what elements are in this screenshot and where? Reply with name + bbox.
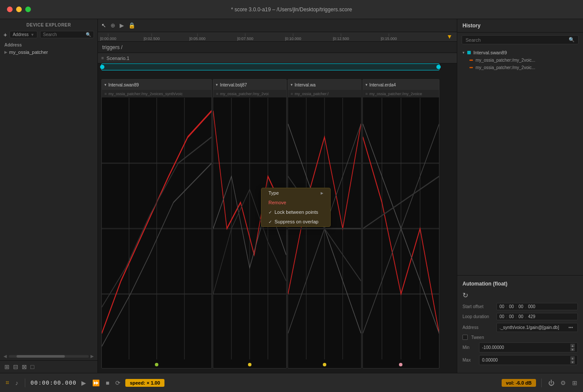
interval-wa-address: my_ossia_patcher:/ xyxy=(288,90,361,98)
lock-icon[interactable]: 🔒 xyxy=(128,22,135,29)
loop-duration-input[interactable]: 00 : 00 : 00 . 429 xyxy=(496,313,578,320)
interval-bstj87-header[interactable]: ▾ Interval.bstj87 xyxy=(213,80,286,90)
sidebar-tree-item-patcher[interactable]: ▶ my_ossia_patcher xyxy=(0,48,97,56)
history-search-input[interactable] xyxy=(466,37,569,43)
sidebar-scrollbar: ◀ ▶ xyxy=(0,352,97,360)
address-row: Address ._synth/voice.1/gain@[gain.db] •… xyxy=(462,323,578,332)
interval-name-4: Interval.erda4 xyxy=(369,83,396,87)
address-selector[interactable]: Address xyxy=(13,32,29,37)
context-menu-lock[interactable]: ✓ Lock between points xyxy=(261,207,330,217)
cursor-icon[interactable]: ↖ xyxy=(101,22,106,29)
device-search-input[interactable] xyxy=(43,32,86,37)
sep3: . xyxy=(525,304,526,309)
automation-panel: Automation (float) ↻ Start offset 00 : 0… xyxy=(457,275,583,373)
stop-button[interactable]: ■ xyxy=(104,378,111,388)
breadcrumb-bar: triggers / xyxy=(98,42,457,53)
maximize-button[interactable] xyxy=(25,7,31,12)
history-sub-label-2: my_ossia_patcher:/my_2voic... xyxy=(476,65,535,70)
tween-label: Tween xyxy=(471,335,484,340)
score-icon[interactable]: ⌗ xyxy=(4,378,10,388)
window-controls[interactable] xyxy=(7,7,31,12)
interval-name-2: Interval.bstj87 xyxy=(220,83,247,87)
history-item-swan89[interactable]: ▾ Interval.swan89 xyxy=(457,49,583,56)
start-ms: 000 xyxy=(528,304,536,309)
start-offset-input[interactable]: 00 : 00 : 00 . 000 xyxy=(496,303,578,310)
loop-icon: ↻ xyxy=(462,292,468,299)
max-spin-down[interactable]: ▼ xyxy=(570,360,575,364)
address-arrow-icon: ▼ xyxy=(30,33,34,37)
interval-wa-chart xyxy=(288,98,361,359)
context-menu-suppress[interactable]: ✓ Suppress on overlap xyxy=(261,217,330,226)
speed-box[interactable]: speed: × 1.00 xyxy=(125,379,164,387)
address-dots-button[interactable]: ••• xyxy=(566,324,575,331)
history-sub-item-2[interactable]: my_ossia_patcher:/my_2voic... xyxy=(457,64,583,71)
context-menu: Type Remove ✓ Lock between points ✓ Supp… xyxy=(261,188,331,227)
interval-swan89-address: my_ossia_patcher:/my_2voices_synth/voic xyxy=(102,90,211,98)
music-icon[interactable]: ♪ xyxy=(14,378,20,388)
history-search-box[interactable]: 🔍 xyxy=(462,35,579,44)
loop-icon-container[interactable]: ↻ xyxy=(462,291,578,299)
min-row: Min -100.00000 ▲ ▼ xyxy=(462,342,578,352)
bottom-toolbar: ⌗ ♪ 00:00:00.000 ▶ ⏩ ■ ⟳ speed: × 1.00 v… xyxy=(0,373,583,392)
tween-row: Tween xyxy=(462,335,578,340)
search-icon: 🔍 xyxy=(86,32,91,37)
context-menu-remove[interactable]: Remove xyxy=(261,198,330,207)
close-button[interactable] xyxy=(7,7,13,12)
max-input[interactable]: 0.00000 ▲ ▼ xyxy=(479,355,578,365)
add-icon[interactable]: ⊕ xyxy=(111,22,115,29)
minimize-button[interactable] xyxy=(16,7,22,12)
cyan-timeline-bar xyxy=(101,63,439,70)
rewind-button[interactable]: ⟳ xyxy=(114,378,122,388)
interval-expand-icon-3: ▾ xyxy=(291,83,293,87)
tree-item-label: my_ossia_patcher xyxy=(9,50,48,55)
play-transport-icon[interactable]: ▶ xyxy=(120,22,124,29)
play-loop-button[interactable]: ⏩ xyxy=(91,378,101,388)
history-sub-dot-1 xyxy=(469,60,473,61)
history-tree: ▾ Interval.swan89 my_ossia_patcher:/my_2… xyxy=(457,47,583,73)
device-search-box[interactable]: 🔍 xyxy=(40,31,94,38)
interval-expand-icon: ▾ xyxy=(104,83,107,87)
play-button[interactable]: ▶ xyxy=(80,378,87,388)
table-icon[interactable]: ⊠ xyxy=(22,363,27,370)
min-input[interactable]: -100.00000 ▲ ▼ xyxy=(479,342,578,352)
interval-swan89-header[interactable]: ▾ Interval.swan89 xyxy=(102,80,211,90)
interval-wa-header[interactable]: ▾ Interval.wa xyxy=(288,80,361,90)
vol-box[interactable]: vol: -6.0 dB xyxy=(502,379,536,387)
scroll-track[interactable] xyxy=(9,355,89,358)
mixer-icon[interactable]: ⚙ xyxy=(559,378,567,388)
max-spin-up[interactable]: ▲ xyxy=(570,356,575,360)
interval-erda4-header[interactable]: ▾ Interval.erda4 xyxy=(363,80,439,90)
add-device-button[interactable]: + xyxy=(3,32,7,38)
sep1: : xyxy=(506,304,507,309)
min-spin-up[interactable]: ▲ xyxy=(570,344,575,347)
interval-dot-swan89 xyxy=(155,363,158,366)
interval-expand-icon-4: ▾ xyxy=(365,83,368,87)
min-spin-down[interactable]: ▼ xyxy=(570,348,575,351)
loop-h: 00 xyxy=(499,314,504,319)
interval-erda4-chart xyxy=(363,98,439,359)
context-menu-type[interactable]: Type xyxy=(261,188,330,198)
address-input[interactable]: ._synth/voice.1/gain@[gain.db] ••• xyxy=(496,323,578,332)
scenario-label: Scenario.1 xyxy=(107,56,130,61)
loop-duration-row: Loop duration 00 : 00 : 00 . 429 xyxy=(462,313,578,320)
max-label: Max xyxy=(462,358,476,362)
tween-checkbox[interactable] xyxy=(462,335,468,340)
scroll-thumb[interactable] xyxy=(17,355,64,358)
max-spinner[interactable]: ▲ ▼ xyxy=(570,356,575,364)
scroll-left-icon[interactable]: ◀ xyxy=(3,354,7,359)
check-icon-suppress: ✓ xyxy=(268,219,272,224)
tree-expand-icon: ▶ xyxy=(4,50,7,54)
history-sub-item-1[interactable]: my_ossia_patcher:/my_2voic... xyxy=(457,56,583,64)
playhead-marker: ▼ xyxy=(446,32,452,41)
image-icon[interactable]: ⊟ xyxy=(13,363,18,370)
scroll-right-icon[interactable]: ▶ xyxy=(90,354,94,359)
grid-icon[interactable]: ⊞ xyxy=(4,363,10,370)
loop-ms: 429 xyxy=(528,314,536,319)
terminal-icon[interactable]: ⊞ xyxy=(571,378,579,388)
folder-icon[interactable]: □ xyxy=(30,363,34,370)
loop-m: 00 xyxy=(509,314,514,319)
min-spinner[interactable]: ▲ ▼ xyxy=(570,344,575,351)
breadcrumb: triggers / xyxy=(102,44,123,50)
context-suppress-label: Suppress on overlap xyxy=(275,219,318,224)
power-icon[interactable]: ⏻ xyxy=(547,378,556,388)
